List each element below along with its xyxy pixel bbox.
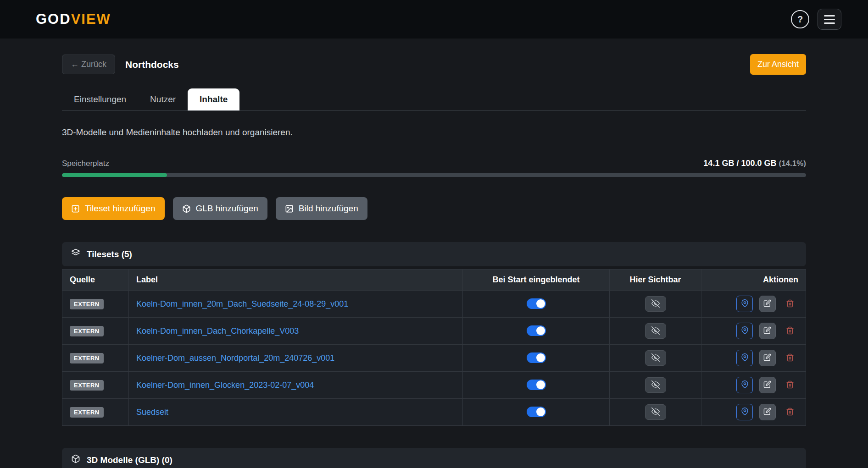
start-visible-toggle[interactable] [527, 352, 546, 363]
back-button[interactable]: ← Zurück [62, 55, 115, 74]
menu-button[interactable] [818, 9, 841, 30]
tileset-link[interactable]: Koelner-Dom_aussen_Nordportal_20m_240726… [136, 353, 334, 363]
column-header-sichtbar: Hier Sichtbar [610, 270, 701, 291]
glb-section-title: 3D Modelle (GLB) (0) [87, 455, 172, 465]
logo-text-view: VIEW [71, 11, 111, 27]
add-content-actions: Tileset hinzufügen GLB hinzufügen Bild h… [62, 197, 806, 220]
edit-button[interactable] [759, 296, 776, 312]
tileset-link[interactable]: Koeln-Dom_innen_Dach_Chorkapelle_V003 [136, 326, 299, 336]
pencil-icon [763, 326, 771, 336]
source-badge: EXTERN [70, 353, 104, 363]
add-glb-button[interactable]: GLB hinzufügen [173, 197, 267, 220]
trash-icon [786, 326, 794, 336]
start-visible-toggle[interactable] [527, 380, 546, 390]
storage-used-value: 14.1 GB / 100.0 GB [703, 159, 776, 168]
page-title: Northdocks [125, 59, 179, 70]
eye-off-icon [651, 353, 660, 363]
column-header-quelle: Quelle [62, 270, 129, 291]
source-badge: EXTERN [70, 380, 104, 391]
delete-button[interactable] [782, 377, 798, 393]
column-header-start: Bei Start eingeblendet [463, 270, 610, 291]
map-pin-icon [741, 299, 749, 308]
source-badge: EXTERN [70, 326, 104, 336]
storage-progress-bar [62, 173, 806, 177]
tileset-link[interactable]: Koeln-Dom_innen_20m_Dach_Suedseite_24-08… [136, 299, 348, 308]
location-pin-button[interactable] [736, 377, 753, 393]
main-content: ← Zurück Northdocks Zur Ansicht Einstell… [62, 54, 806, 468]
map-pin-icon [741, 380, 749, 390]
page-subtitle: 3D-Modelle und Medieninhalte hochladen u… [62, 127, 806, 138]
table-row: EXTERN Koeln-Dom_innen_20m_Dach_Suedseit… [62, 291, 806, 318]
map-pin-icon [741, 353, 749, 363]
tilesets-table: Quelle Label Bei Start eingeblendet Hier… [62, 269, 806, 426]
tileset-link[interactable]: Koelner-Dom_innen_Glocken_2023-02-07_v00… [136, 380, 314, 390]
source-badge: EXTERN [70, 299, 104, 309]
delete-button[interactable] [782, 404, 798, 420]
question-mark-icon: ? [797, 14, 803, 25]
location-pin-button[interactable] [736, 323, 753, 339]
start-visible-toggle[interactable] [527, 325, 546, 336]
visibility-off-button[interactable] [645, 350, 666, 366]
storage-progress-fill [62, 173, 167, 177]
glb-section: 3D Modelle (GLB) (0) Label Bei Start ein… [62, 448, 806, 468]
location-pin-button[interactable] [736, 404, 753, 420]
hamburger-icon [824, 15, 835, 17]
logo-text-god: GOD [36, 11, 71, 27]
visibility-off-button[interactable] [645, 296, 666, 312]
table-row: EXTERN Koeln-Dom_innen_Dach_Chorkapelle_… [62, 318, 806, 345]
map-pin-icon [741, 407, 749, 417]
layers-icon [71, 248, 80, 260]
eye-off-icon [651, 299, 660, 309]
visibility-off-button[interactable] [645, 377, 666, 393]
zur-ansicht-button[interactable]: Zur Ansicht [750, 54, 806, 75]
pencil-icon [763, 380, 771, 390]
tilesets-section: Tilesets (5) Quelle Label Bei Start eing… [62, 242, 806, 426]
storage-percent: (14.1%) [779, 159, 806, 168]
tab-einstellungen[interactable]: Einstellungen [62, 88, 138, 110]
edit-button[interactable] [759, 377, 776, 393]
eye-off-icon [651, 407, 660, 417]
trash-icon [786, 380, 794, 390]
location-pin-button[interactable] [736, 296, 753, 312]
visibility-off-button[interactable] [645, 323, 666, 339]
source-badge: EXTERN [70, 407, 104, 418]
storage-usage: 14.1 GB / 100.0 GB (14.1%) [703, 159, 806, 168]
tab-nutzer[interactable]: Nutzer [138, 88, 188, 110]
column-header-aktionen: Aktionen [701, 270, 806, 291]
tileset-link[interactable]: Suedseit [136, 407, 168, 417]
add-tileset-button[interactable]: Tileset hinzufügen [62, 197, 165, 220]
start-visible-toggle[interactable] [527, 298, 546, 309]
pencil-icon [763, 299, 771, 308]
table-row: EXTERN Koelner-Dom_innen_Glocken_2023-02… [62, 372, 806, 399]
app-logo[interactable]: GODVIEW [36, 11, 111, 28]
delete-button[interactable] [782, 350, 798, 366]
image-icon [285, 204, 294, 213]
table-row: EXTERN Koelner-Dom_aussen_Nordportal_20m… [62, 345, 806, 372]
glb-section-header: 3D Modelle (GLB) (0) [62, 448, 806, 468]
edit-button[interactable] [759, 350, 776, 366]
visibility-off-button[interactable] [645, 404, 666, 420]
topbar-actions: ? [791, 9, 841, 30]
trash-icon [786, 407, 794, 417]
column-header-label: Label [129, 270, 463, 291]
tilesets-tbody: EXTERN Koeln-Dom_innen_20m_Dach_Suedseit… [62, 291, 806, 426]
start-visible-toggle[interactable] [527, 407, 546, 417]
delete-button[interactable] [782, 296, 798, 312]
delete-button[interactable] [782, 323, 798, 339]
trash-icon [786, 353, 794, 363]
edit-button[interactable] [759, 404, 776, 420]
location-pin-button[interactable] [736, 350, 753, 366]
table-row: EXTERN Suedseit [62, 399, 806, 426]
tilesets-section-header: Tilesets (5) [62, 242, 806, 266]
help-button[interactable]: ? [791, 10, 809, 28]
storage-section: Speicherplatz 14.1 GB / 100.0 GB (14.1%) [62, 159, 806, 177]
map-pin-icon [741, 326, 749, 336]
tab-inhalte[interactable]: Inhalte [188, 88, 239, 110]
edit-button[interactable] [759, 323, 776, 339]
tab-bar: Einstellungen Nutzer Inhalte [62, 88, 806, 111]
add-image-button[interactable]: Bild hinzufügen [276, 197, 367, 220]
eye-off-icon [651, 326, 660, 336]
pencil-icon [763, 407, 771, 417]
storage-label: Speicherplatz [62, 159, 109, 168]
eye-off-icon [651, 380, 660, 390]
